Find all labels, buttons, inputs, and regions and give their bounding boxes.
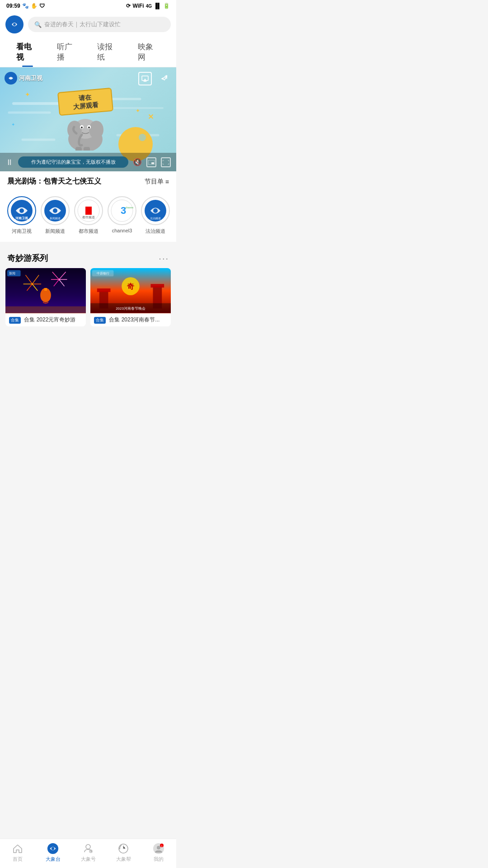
channel-item-ch3[interactable]: 3 channel channel3 — [108, 196, 136, 235]
rotate-icon: ⟳ — [126, 3, 131, 9]
svg-rect-60 — [5, 307, 86, 313]
tab-radio[interactable]: 听广播 — [48, 37, 89, 67]
svg-rect-59 — [44, 288, 47, 291]
channel-circle-law: 法治频道 — [141, 196, 170, 225]
svg-point-29 — [19, 208, 24, 213]
fullscreen-button[interactable] — [161, 157, 171, 167]
svg-rect-67 — [151, 284, 164, 288]
mute-button[interactable]: 🔇 — [133, 159, 142, 166]
svg-text:法治频道: 法治频道 — [150, 217, 161, 220]
status-right: ⟳ WiFi 4G ▐▌ 🔋 — [126, 3, 170, 9]
svg-rect-27 — [151, 162, 154, 164]
channel-label-city: 都市频道 — [79, 228, 99, 235]
video-top-actions — [138, 72, 172, 85]
svg-text:都市频道: 都市频道 — [82, 216, 95, 219]
program-info: 晨光剧场：包青天之七侠五义 节目单 ≡ — [0, 171, 176, 192]
schedule-button[interactable]: 节目单 ≡ — [145, 178, 169, 186]
card-thumb-fireworks: 新闻 — [5, 268, 86, 313]
card-title-2: 合集 2023河南春节... — [109, 316, 160, 323]
svg-text:中原银行: 中原银行 — [97, 272, 109, 275]
card-tag-2: 合集 — [94, 317, 106, 324]
search-bar[interactable]: 🔍 奋进的春天｜太行山下建设忙 — [28, 17, 171, 32]
sign-board: 请在 大屏观看 — [57, 88, 113, 116]
svg-point-22 — [81, 127, 83, 128]
schedule-label: 节目单 — [145, 178, 164, 186]
card-tag-1: 合集 — [9, 317, 21, 324]
content-card-2[interactable]: 奇 2023河南春节晚会 中原银行 合集 合集 2023河南春节... — [90, 268, 171, 326]
svg-text:✦: ✦ — [25, 91, 30, 98]
svg-text:✦: ✦ — [136, 108, 140, 114]
svg-point-19 — [89, 121, 103, 139]
card-label-2: 合集 合集 2023河南春节... — [90, 313, 171, 326]
pip-button[interactable] — [146, 157, 156, 167]
svg-text:奇: 奇 — [127, 283, 135, 290]
svg-rect-14 — [142, 76, 148, 80]
channel-label-henan: 河南卫视 — [12, 228, 32, 235]
svg-text:新闻: 新闻 — [9, 272, 15, 275]
svg-text:✦: ✦ — [11, 122, 15, 127]
svg-rect-65 — [97, 288, 111, 292]
channel-name: 河南卫视 — [19, 74, 42, 82]
channel-circle-ch3: 3 channel — [108, 196, 136, 225]
svg-point-32 — [53, 208, 57, 213]
channel-logo — [5, 72, 17, 85]
section-more-button[interactable]: ··· — [159, 253, 169, 264]
channel-item-city[interactable]: 都市频道 都市频道 — [74, 196, 103, 235]
shield-icon: 🛡 — [39, 3, 45, 9]
svg-point-23 — [88, 127, 90, 128]
share-icon[interactable] — [158, 72, 172, 85]
card-thumb-festival: 奇 2023河南春节晚会 中原银行 — [90, 268, 171, 313]
qimiaoyou-section: 奇妙游系列 ··· — [0, 246, 176, 332]
channel-item-law[interactable]: 法治频道 法治频道 — [141, 196, 170, 235]
content-card-1[interactable]: 新闻 合集 合集 2022元宵奇妙游 — [5, 268, 86, 326]
channel-label-ch3: channel3 — [112, 228, 132, 233]
channel-list: 河南卫视 河南卫视 新闻频道 新闻频道 都市频道 都市频道 — [0, 192, 176, 242]
app-logo[interactable] — [5, 15, 23, 33]
channel-label-news: 新闻频道 — [45, 228, 65, 235]
channel-circle-news: 新闻频道 — [41, 196, 70, 225]
4g-icon: 4G — [146, 4, 152, 9]
schedule-icon: ≡ — [165, 178, 169, 185]
card-label-1: 合集 合集 2022元宵奇妙游 — [5, 313, 86, 326]
hand-icon: ✋ — [31, 3, 38, 9]
section-header: 奇妙游系列 ··· — [0, 246, 176, 268]
section-title: 奇妙游系列 — [7, 253, 48, 264]
status-time: 09:59 — [6, 3, 20, 9]
status-left: 09:59 🐾 ✋ 🛡 — [6, 3, 45, 9]
channel-circle-henan: 河南卫视 — [7, 196, 36, 225]
svg-point-12 — [139, 134, 146, 141]
search-icon: 🔍 — [34, 21, 42, 28]
paw-icon: 🐾 — [22, 3, 29, 9]
svg-point-41 — [153, 208, 158, 213]
svg-text:2023河南春节晚会: 2023河南春节晚会 — [116, 307, 145, 311]
channel-item-news[interactable]: 新闻频道 新闻频道 — [41, 196, 70, 235]
svg-point-1 — [13, 23, 16, 26]
tab-yingxiang[interactable]: 映象网 — [129, 37, 169, 67]
svg-text:channel: channel — [125, 206, 133, 209]
status-bar: 09:59 🐾 ✋ 🛡 ⟳ WiFi 4G ▐▌ 🔋 — [0, 0, 176, 12]
battery-icon: 🔋 — [163, 3, 170, 9]
video-controls: ⏸ 作为遵纪守法的象宝宝，无版权不播放 🔇 — [0, 153, 176, 171]
content-grid: 新闻 合集 合集 2022元宵奇妙游 — [0, 268, 176, 332]
channel-circle-city: 都市频道 — [74, 196, 103, 225]
tab-tv[interactable]: 看电视 — [7, 37, 48, 67]
wifi-icon: WiFi — [132, 3, 144, 9]
svg-rect-35 — [85, 207, 92, 215]
signal-icon: ▐▌ — [154, 3, 161, 9]
subtitle-bar: 作为遵纪守法的象宝宝，无版权不播放 — [18, 156, 128, 168]
channel-label-law: 法治频道 — [145, 228, 165, 235]
channel-badge: 河南卫视 — [5, 72, 42, 85]
svg-rect-24 — [75, 147, 82, 151]
search-text: 奋进的春天｜太行山下建设忙 — [44, 20, 121, 28]
tab-newspaper[interactable]: 读报纸 — [88, 37, 129, 67]
header: 🔍 奋进的春天｜太行山下建设忙 — [0, 12, 176, 37]
video-illustration: 请在 大屏观看 — [58, 90, 113, 152]
card-title-1: 合集 2022元宵奇妙游 — [24, 316, 75, 323]
video-player[interactable]: ✦ ✦ ✦ 河南卫视 — [0, 67, 176, 171]
svg-text:新闻频道: 新闻频道 — [50, 217, 61, 220]
cast-icon[interactable] — [138, 72, 152, 85]
channel-item-henan[interactable]: 河南卫视 河南卫视 — [7, 196, 36, 235]
pause-button[interactable]: ⏸ — [5, 158, 14, 166]
svg-text:河南卫视: 河南卫视 — [15, 216, 28, 220]
close-video-btn[interactable]: ✕ — [148, 113, 154, 121]
